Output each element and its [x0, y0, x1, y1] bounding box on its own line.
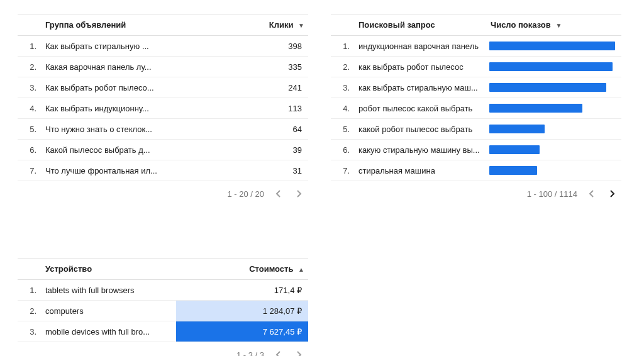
- row-index: 4.: [18, 104, 45, 113]
- row-index: 2.: [18, 306, 45, 316]
- row-label: Что нужно знать о стеклок...: [45, 125, 176, 134]
- row-index: 4.: [331, 104, 358, 113]
- table-row[interactable]: 3.Как выбрать робот пылесо...241: [18, 77, 308, 98]
- sort-desc-icon: ▼: [555, 22, 562, 29]
- table-row[interactable]: 3.как выбрать стиральную маш...: [331, 77, 621, 98]
- row-label: computers: [45, 306, 176, 316]
- row-index: 2.: [331, 62, 358, 72]
- row-value: 241: [176, 83, 308, 92]
- row-label: mobile devices with full bro...: [45, 327, 176, 337]
- chevron-left-icon: [589, 190, 595, 197]
- table-row[interactable]: 2.Какая варочная панель лу...335: [18, 57, 308, 77]
- header-primary[interactable]: Поисковый запрос: [358, 20, 489, 30]
- table-row[interactable]: 6.какую стиральную машину вы...: [331, 140, 621, 160]
- next-page-button[interactable]: [293, 188, 304, 199]
- row-bar-cell: [489, 140, 621, 160]
- table-row[interactable]: 1.tablets with full browsers171,4 ₽: [18, 280, 308, 301]
- row-index: 3.: [18, 327, 45, 337]
- row-value: 1 284,07 ₽: [176, 301, 308, 321]
- pager-range: 1 - 3 / 3: [236, 350, 264, 357]
- next-page-button[interactable]: [606, 188, 618, 199]
- search-queries-rows: 1.индукционная варочная панель2.как выбр…: [331, 36, 621, 181]
- chevron-right-icon: [296, 351, 302, 356]
- search-queries-header: Поисковый запрос Число показов ▼: [331, 14, 621, 36]
- row-value: 335: [176, 62, 308, 72]
- table-row[interactable]: 4.робот пылесос какой выбрать: [331, 98, 621, 119]
- row-label: какую стиральную машину вы...: [358, 145, 489, 155]
- row-index: 5.: [18, 125, 45, 134]
- header-metric-label: Число показов: [491, 20, 551, 30]
- row-value: 113: [176, 104, 308, 113]
- header-primary[interactable]: Устройство: [45, 264, 176, 274]
- row-index: 3.: [18, 83, 45, 92]
- bar-fill: [489, 83, 606, 92]
- devices-rows: 1.tablets with full browsers171,4 ₽2.com…: [18, 280, 308, 342]
- table-row[interactable]: 1.индукционная варочная панель: [331, 36, 621, 57]
- table-row[interactable]: 5.Что нужно знать о стеклок...64: [18, 119, 308, 140]
- row-index: 1.: [18, 286, 45, 295]
- row-value: 39: [176, 145, 308, 155]
- prev-page-button[interactable]: [273, 188, 284, 199]
- ad-groups-pager: 1 - 20 / 20: [18, 181, 308, 206]
- row-index: 2.: [18, 62, 45, 72]
- row-index: 7.: [18, 166, 45, 175]
- row-value: 31: [176, 166, 308, 175]
- row-value: 171,4 ₽: [176, 280, 308, 300]
- table-row[interactable]: 7.Что лучше фронтальная ил...31: [18, 160, 308, 181]
- row-index: 5.: [331, 125, 358, 134]
- row-label: как выбрать стиральную маш...: [358, 83, 489, 92]
- bar-fill: [489, 125, 545, 133]
- row-label: как выбрать робот пылесос: [358, 62, 489, 72]
- card-search-queries: Поисковый запрос Число показов ▼ 1.индук…: [331, 14, 621, 206]
- table-row[interactable]: 2.computers1 284,07 ₽: [18, 301, 308, 321]
- row-label: tablets with full browsers: [45, 286, 176, 295]
- header-metric[interactable]: Клики ▼: [176, 20, 308, 30]
- prev-page-button[interactable]: [273, 349, 284, 356]
- header-metric-label: Стоимость: [249, 264, 293, 274]
- row-bar-cell: [489, 98, 621, 118]
- table-row[interactable]: 3.mobile devices with full bro...7 627,4…: [18, 321, 308, 342]
- row-index: 1.: [18, 42, 45, 51]
- table-row[interactable]: 4.Как выбрать индукционну...113: [18, 98, 308, 119]
- table-row[interactable]: 5.какой робот пылесос выбрать: [331, 119, 621, 140]
- row-label: Как выбрать стиральную ...: [45, 42, 176, 51]
- row-label: стиральная машина: [358, 166, 489, 175]
- table-row[interactable]: 7.стиральная машина: [331, 160, 621, 181]
- chevron-left-icon: [275, 351, 282, 356]
- row-index: 6.: [18, 145, 45, 155]
- row-value: 64: [176, 125, 308, 134]
- row-index: 1.: [331, 42, 358, 51]
- chevron-right-icon: [296, 190, 302, 197]
- row-label: Как выбрать робот пылесо...: [45, 83, 176, 92]
- row-index: 6.: [331, 145, 358, 155]
- row-label: робот пылесос какой выбрать: [358, 104, 489, 113]
- devices-pager: 1 - 3 / 3: [18, 342, 308, 356]
- table-row[interactable]: 2.как выбрать робот пылесос: [331, 57, 621, 77]
- bar-fill: [489, 104, 582, 113]
- prev-page-button[interactable]: [586, 188, 597, 199]
- bar-fill: [489, 145, 540, 154]
- sort-asc-icon: ▲: [298, 266, 304, 273]
- card-ad-groups: Группа объявлений Клики ▼ 1.Как выбрать …: [18, 14, 308, 206]
- row-index: 3.: [331, 83, 358, 92]
- header-primary[interactable]: Группа объявлений: [45, 20, 176, 30]
- bar-fill: [489, 166, 537, 175]
- chevron-left-icon: [275, 190, 282, 197]
- chevron-right-icon: [609, 190, 615, 197]
- header-metric[interactable]: Число показов ▼: [489, 20, 621, 30]
- next-page-button[interactable]: [293, 349, 304, 356]
- ad-groups-rows: 1.Как выбрать стиральную ...3982.Какая в…: [18, 36, 308, 181]
- bar-fill: [489, 62, 613, 71]
- header-metric-label: Клики: [269, 20, 294, 30]
- row-label: Какая варочная панель лу...: [45, 62, 176, 72]
- row-bar-cell: [489, 119, 621, 139]
- table-row[interactable]: 1.Как выбрать стиральную ...398: [18, 36, 308, 57]
- devices-header: Устройство Стоимость ▲: [18, 259, 308, 280]
- row-label: Как выбрать индукционну...: [45, 104, 176, 113]
- pager-range: 1 - 20 / 20: [227, 189, 264, 199]
- row-index: 7.: [331, 166, 358, 175]
- search-queries-pager: 1 - 100 / 1114: [331, 181, 621, 206]
- table-row[interactable]: 6.Какой пылесос выбрать д...39: [18, 140, 308, 160]
- row-bar-cell: [489, 160, 621, 181]
- header-metric[interactable]: Стоимость ▲: [176, 264, 308, 274]
